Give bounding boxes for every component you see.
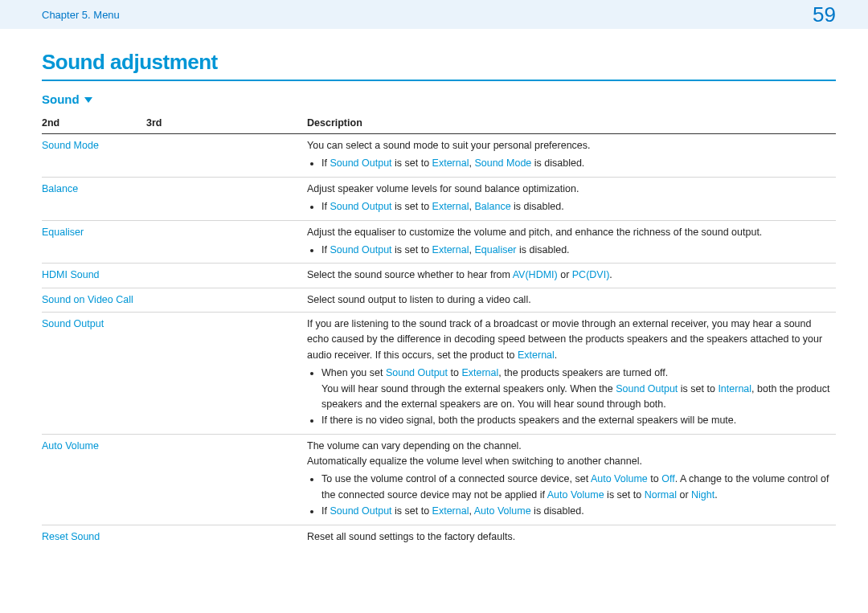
- row-label-reset-sound: Reset Sound: [42, 525, 146, 549]
- table-row: Sound Output If you are listening to the…: [42, 313, 836, 435]
- row-label-sound-mode: Sound Mode: [42, 134, 146, 178]
- term-night: Night: [691, 489, 714, 501]
- text-fragment: If: [321, 244, 330, 255]
- table-row: Auto Volume The volume can vary dependin…: [42, 434, 836, 525]
- text-fragment: If: [321, 201, 330, 212]
- row-label-equaliser: Equaliser: [42, 220, 146, 264]
- term-external: External: [432, 201, 469, 212]
- text-fragment: or: [677, 489, 691, 501]
- text-fragment: If you are listening to the sound track …: [307, 318, 822, 361]
- text-fragment: is set to: [392, 157, 432, 169]
- notes-list: To use the volume control of a connected…: [307, 472, 831, 519]
- term-internal: Internal: [718, 383, 751, 394]
- text-fragment: , the products speakers are turned off.: [498, 367, 668, 378]
- table-row: Sound Mode You can select a sound mode t…: [42, 134, 836, 178]
- text-fragment: .: [714, 489, 717, 501]
- row-label-auto-volume: Auto Volume: [42, 434, 146, 525]
- row-desc-sovc: Select sound output to listen to during …: [307, 288, 836, 312]
- row-desc-reset-sound: Reset all sound settings to the factory …: [307, 525, 836, 549]
- row-desc-auto-volume: The volume can vary depending on the cha…: [307, 434, 836, 525]
- text-fragment: Select the sound source whether to hear …: [307, 269, 513, 280]
- text-fragment: is set to: [392, 505, 432, 517]
- desc-line: Adjust speaker volume levels for sound b…: [307, 182, 831, 197]
- sound-heading-label: Sound: [42, 92, 80, 106]
- col-3rd-header: 3rd: [146, 114, 307, 134]
- row-desc-hdmi-sound: Select the sound source whether to hear …: [307, 264, 836, 288]
- text-fragment: .: [555, 349, 557, 361]
- list-item: To use the volume control of a connected…: [321, 472, 831, 503]
- notes-list: If Sound Output is set to External, Bala…: [307, 199, 831, 215]
- term-external: External: [432, 505, 469, 517]
- title-rule: [42, 80, 836, 81]
- term-external: External: [432, 244, 469, 255]
- row-desc-sound-output: If you are listening to the sound track …: [307, 313, 836, 435]
- desc-line: Automatically equalize the volume level …: [307, 454, 831, 469]
- term-off: Off: [661, 473, 674, 484]
- text-fragment: To use the volume control of a connected…: [321, 473, 591, 484]
- text-fragment: or: [558, 269, 572, 280]
- list-item: If Sound Output is set to External, Bala…: [321, 199, 831, 215]
- text-fragment: is disabled.: [511, 201, 564, 212]
- term-sound-output: Sound Output: [330, 201, 391, 212]
- desc-line: The volume can vary depending on the cha…: [307, 439, 831, 454]
- page-number: 59: [813, 2, 836, 27]
- text-fragment: When you set: [321, 367, 386, 378]
- term-sound-output: Sound Output: [330, 244, 391, 255]
- col-description-header: Description: [307, 114, 836, 134]
- list-item: If Sound Output is set to External, Soun…: [321, 156, 831, 171]
- term-balance: Balance: [474, 201, 510, 212]
- triangle-down-icon: [84, 97, 92, 103]
- table-row: Sound on Video Call Select sound output …: [42, 288, 836, 312]
- text-fragment: .: [609, 269, 612, 280]
- list-item: If Sound Output is set to External, Auto…: [321, 504, 831, 519]
- term-normal: Normal: [645, 489, 677, 501]
- row-desc-sound-mode: You can select a sound mode to suit your…: [307, 134, 836, 178]
- table-row: HDMI Sound Select the sound source wheth…: [42, 264, 836, 288]
- notes-list: If Sound Output is set to External, Equa…: [307, 243, 831, 258]
- sound-heading: Sound: [42, 92, 836, 106]
- list-item: If there is no video signal, both the pr…: [321, 413, 831, 428]
- text-fragment: is set to: [392, 244, 432, 255]
- notes-list: If Sound Output is set to External, Soun…: [307, 156, 831, 171]
- text-fragment: If: [321, 505, 330, 517]
- term-sound-output: Sound Output: [330, 505, 391, 517]
- term-pc-dvi: PC(DVI): [572, 269, 610, 280]
- row-label-sound-output: Sound Output: [42, 313, 146, 435]
- term-sound-output: Sound Output: [386, 367, 448, 378]
- table-row: Equaliser Adjust the equaliser to custom…: [42, 220, 836, 264]
- list-item: When you set Sound Output to External, t…: [321, 366, 831, 412]
- page-content: Sound adjustment Sound 2nd 3rd Descripti…: [0, 29, 868, 549]
- row-label-balance: Balance: [42, 177, 146, 220]
- text-fragment: to: [648, 473, 661, 484]
- table-row: Balance Adjust speaker volume levels for…: [42, 177, 836, 220]
- desc-line: You can select a sound mode to suit your…: [307, 138, 831, 153]
- settings-table: 2nd 3rd Description Sound Mode You can s…: [42, 114, 836, 549]
- text-fragment: to: [448, 367, 461, 378]
- term-external: External: [461, 367, 498, 378]
- text-fragment: is disabled.: [517, 244, 570, 255]
- page-title: Sound adjustment: [42, 50, 836, 75]
- text-fragment: is disabled.: [531, 157, 584, 169]
- text-fragment: If: [321, 157, 330, 169]
- text-fragment: is disabled.: [531, 505, 584, 517]
- term-sound-output: Sound Output: [616, 383, 678, 394]
- row-label-hdmi-sound: HDMI Sound: [42, 264, 146, 288]
- breadcrumb: Chapter 5. Menu: [42, 9, 120, 21]
- term-external: External: [518, 349, 555, 361]
- term-external: External: [432, 157, 469, 169]
- term-auto-volume: Auto Volume: [474, 505, 531, 517]
- text-fragment: is set to: [392, 201, 432, 212]
- page-header: Chapter 5. Menu 59: [0, 0, 868, 29]
- row-desc-balance: Adjust speaker volume levels for sound b…: [307, 177, 836, 220]
- col-2nd-header: 2nd: [42, 114, 146, 134]
- term-auto-volume: Auto Volume: [591, 473, 648, 484]
- text-fragment: is set to: [604, 489, 645, 501]
- list-item: If Sound Output is set to External, Equa…: [321, 243, 831, 258]
- term-av-hdmi: AV(HDMI): [513, 269, 558, 280]
- text-fragment: You will hear sound through the external…: [321, 383, 616, 394]
- notes-list: When you set Sound Output to External, t…: [307, 366, 831, 429]
- term-equaliser: Equaliser: [474, 244, 516, 255]
- term-sound-mode: Sound Mode: [474, 157, 531, 169]
- table-row: Reset Sound Reset all sound settings to …: [42, 525, 836, 549]
- row-label-sound-on-video-call: Sound on Video Call: [42, 288, 146, 312]
